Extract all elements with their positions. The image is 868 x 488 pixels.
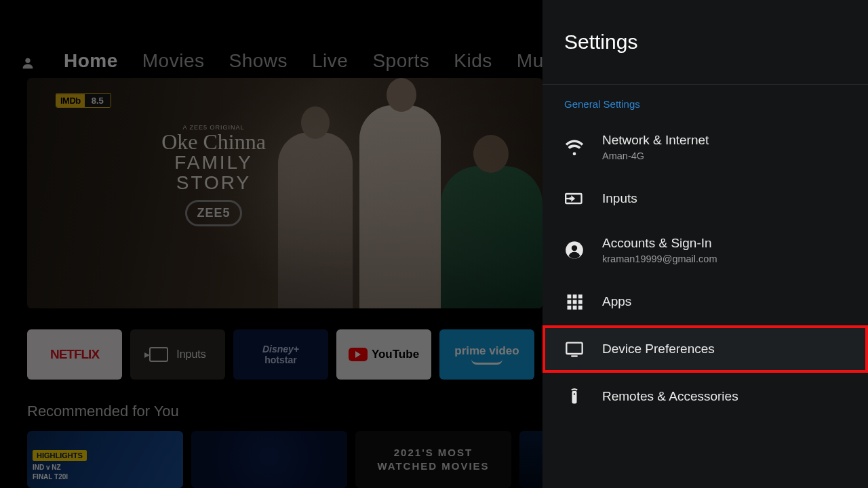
nav-shows[interactable]: Shows <box>229 50 288 72</box>
hero-title-2: STORY <box>149 173 278 193</box>
imdb-score: 8.5 <box>85 94 111 107</box>
prime-label: prime video <box>454 344 519 358</box>
settings-item-apps[interactable]: Apps <box>542 278 868 325</box>
hotstar-bot: hotstar <box>264 354 296 365</box>
settings-panel: Settings General Settings Network & Inte… <box>542 0 868 488</box>
account-icon <box>564 240 585 260</box>
wifi-icon <box>564 137 585 157</box>
card1-line2: IND v NZ <box>33 464 61 471</box>
settings-item-title: Device Preferences <box>602 342 715 357</box>
settings-item-title: Network & Internet <box>602 133 709 148</box>
settings-item-title: Remotes & Accessories <box>602 389 738 404</box>
settings-section-header: General Settings <box>542 85 868 119</box>
tile-inputs[interactable]: Inputs <box>130 329 225 380</box>
hero-network: ZEE5 <box>185 200 241 226</box>
card3-line1: 2021'S MOST <box>377 446 489 460</box>
settings-title: Settings <box>542 0 868 84</box>
svg-point-0 <box>25 58 30 63</box>
nav-movies[interactable]: Movies <box>142 50 205 72</box>
settings-item-subtitle: kraman19999@gmail.com <box>602 253 717 264</box>
settings-item-title: Accounts & Sign-In <box>602 236 717 251</box>
nav-sports[interactable]: Sports <box>372 50 429 72</box>
input-icon <box>149 347 168 362</box>
nav-kids[interactable]: Kids <box>454 50 492 72</box>
profile-icon[interactable] <box>20 54 35 68</box>
hero-script: Oke Chinna <box>149 132 278 151</box>
settings-item-device[interactable]: Device Preferences <box>542 325 868 373</box>
reco-card-1[interactable]: HIGHLIGHTS IND v NZ FINAL T20I <box>27 431 183 488</box>
recommended-heading: Recommended for You <box>27 403 179 420</box>
imdb-logo: IMDb <box>56 94 85 107</box>
settings-item-accounts[interactable]: Accounts & Sign-Inkraman19999@gmail.com <box>542 222 868 278</box>
reco-card-2[interactable] <box>191 431 347 488</box>
youtube-play-icon <box>349 348 368 361</box>
card3-line2: WATCHED MOVIES <box>377 460 489 473</box>
tile-inputs-label: Inputs <box>176 348 206 361</box>
reco-card-3[interactable]: 2021'S MOST WATCHED MOVIES <box>355 431 511 488</box>
tv-icon <box>564 339 585 359</box>
hero-banner[interactable]: IMDb 8.5 A ZEE5 ORIGINAL Oke Chinna FAMI… <box>27 78 542 308</box>
hero-figure <box>359 105 441 308</box>
nav-home[interactable]: Home <box>64 50 118 72</box>
settings-list: Network & InternetAman-4GInputsAccounts … <box>542 119 868 420</box>
card1-tag: HIGHLIGHTS <box>33 450 87 461</box>
tile-netflix[interactable]: NETFLIX <box>27 329 122 380</box>
hotstar-top: Disney+ <box>262 344 299 354</box>
hero-title-1: FAMILY <box>149 152 278 173</box>
app-tiles-row: NETFLIX Inputs Disney+ hotstar YouTube p… <box>27 329 534 380</box>
tile-hotstar[interactable]: Disney+ hotstar <box>233 329 328 380</box>
hero-tagline: A ZEE5 ORIGINAL <box>149 124 278 131</box>
tile-youtube[interactable]: YouTube <box>336 329 431 380</box>
tile-prime[interactable]: prime video <box>439 329 534 380</box>
hero-figure <box>278 132 353 308</box>
hero-title-block: A ZEE5 ORIGINAL Oke Chinna FAMILY STORY … <box>149 124 278 226</box>
settings-item-network[interactable]: Network & InternetAman-4G <box>542 119 868 175</box>
nav-live[interactable]: Live <box>312 50 348 72</box>
input-icon <box>564 188 585 209</box>
youtube-label: YouTube <box>372 348 419 361</box>
remote-icon <box>564 386 585 407</box>
settings-item-title: Apps <box>602 294 631 309</box>
apps-icon <box>564 291 585 312</box>
hero-figure <box>441 166 542 308</box>
prime-smile-icon <box>471 359 502 365</box>
settings-item-inputs[interactable]: Inputs <box>542 175 868 222</box>
settings-item-title: Inputs <box>602 191 637 206</box>
settings-item-subtitle: Aman-4G <box>602 150 709 161</box>
settings-item-remotes[interactable]: Remotes & Accessories <box>542 373 868 420</box>
imdb-badge: IMDb 8.5 <box>56 93 111 108</box>
card1-line3: FINAL T20I <box>33 473 68 481</box>
